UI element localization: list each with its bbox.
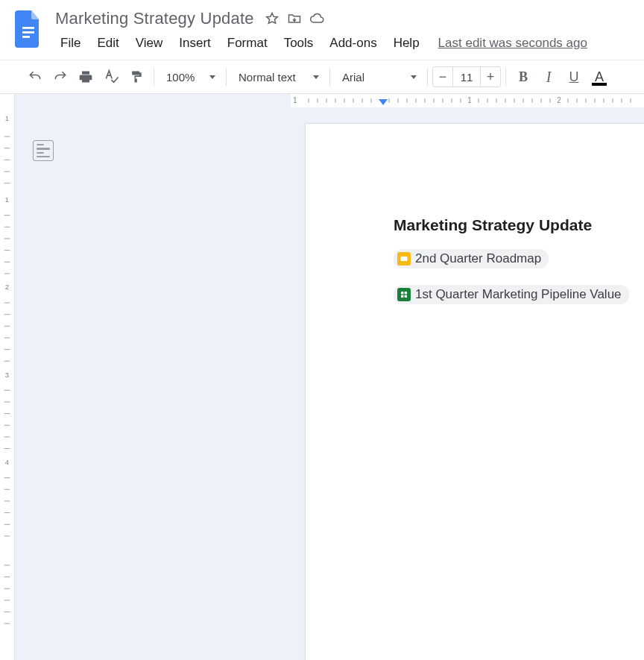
svg-text:3: 3 — [5, 371, 9, 379]
decrease-font-size-button[interactable]: − — [433, 69, 452, 85]
svg-text:1: 1 — [5, 113, 9, 122]
menu-insert[interactable]: Insert — [171, 33, 219, 54]
horizontal-ruler[interactable]: 1 1 2 — [15, 94, 644, 107]
document-heading: Marketing Strategy Update — [394, 216, 644, 234]
doc-title[interactable]: Marketing Strategy Update — [52, 7, 257, 30]
font-size-input[interactable] — [452, 67, 481, 87]
menu-addons[interactable]: Add-ons — [321, 33, 385, 54]
underline-button[interactable]: U — [561, 66, 587, 88]
vertical-ruler[interactable]: 1 1 2 3 4 — [0, 107, 15, 660]
font-family-dropdown[interactable]: Arial — [335, 66, 423, 88]
last-edit-link[interactable]: Last edit was seconds ago — [438, 36, 587, 51]
caret-down-icon — [313, 75, 319, 79]
smart-chip-label: 1st Quarter Marketing Pipeline Value — [415, 287, 622, 302]
svg-text:4: 4 — [5, 458, 10, 466]
paragraph-style-dropdown[interactable]: Normal text — [231, 66, 325, 88]
star-icon[interactable] — [265, 11, 280, 26]
font-size-group: − + — [432, 66, 501, 87]
italic-button[interactable]: I — [536, 66, 561, 88]
undo-button[interactable] — [22, 66, 48, 88]
svg-rect-1 — [22, 31, 34, 34]
docs-logo-icon[interactable] — [13, 9, 43, 48]
font-family-value: Arial — [342, 71, 400, 84]
svg-rect-0 — [22, 27, 34, 29]
menu-bar: File Edit View Insert Format Tools Add-o… — [52, 31, 644, 55]
paint-format-button[interactable] — [124, 66, 149, 88]
svg-rect-3 — [135, 79, 137, 83]
smart-chip-label: 2nd Quarter Roadmap — [415, 251, 541, 266]
bold-button[interactable]: B — [511, 66, 536, 88]
paragraph-style-value: Normal text — [239, 71, 303, 84]
zoom-dropdown[interactable]: 100% — [159, 66, 221, 88]
spellcheck-button[interactable] — [98, 66, 124, 88]
sheets-icon — [397, 288, 411, 301]
indent-marker-icon[interactable] — [379, 99, 388, 105]
svg-text:1: 1 — [467, 96, 472, 104]
svg-text:2: 2 — [557, 96, 561, 104]
menu-edit[interactable]: Edit — [89, 33, 127, 54]
smart-chip-sheets[interactable]: 1st Quarter Marketing Pipeline Value — [394, 285, 629, 304]
show-outline-button[interactable] — [33, 140, 54, 161]
text-color-button[interactable]: A — [587, 66, 612, 88]
redo-button[interactable] — [48, 66, 73, 88]
svg-rect-81 — [401, 257, 408, 261]
zoom-value: 100% — [166, 71, 199, 84]
move-to-folder-icon[interactable] — [287, 11, 302, 26]
menu-help[interactable]: Help — [385, 33, 428, 54]
increase-font-size-button[interactable]: + — [481, 69, 500, 85]
cloud-saved-icon[interactable] — [309, 11, 324, 26]
svg-text:1: 1 — [293, 96, 297, 104]
caret-down-icon — [209, 75, 215, 79]
menu-file[interactable]: File — [52, 33, 89, 54]
smart-chip-slides[interactable]: 2nd Quarter Roadmap — [394, 249, 549, 268]
svg-text:2: 2 — [5, 283, 9, 291]
slides-icon — [397, 252, 411, 265]
caret-down-icon — [411, 75, 417, 79]
print-button[interactable] — [73, 66, 98, 88]
menu-format[interactable]: Format — [219, 33, 276, 54]
svg-text:1: 1 — [5, 195, 9, 204]
menu-view[interactable]: View — [127, 33, 171, 54]
document-page[interactable]: Marketing Strategy Update 2nd Quarter Ro… — [306, 124, 644, 660]
svg-rect-2 — [22, 36, 30, 38]
menu-tools[interactable]: Tools — [276, 33, 322, 54]
